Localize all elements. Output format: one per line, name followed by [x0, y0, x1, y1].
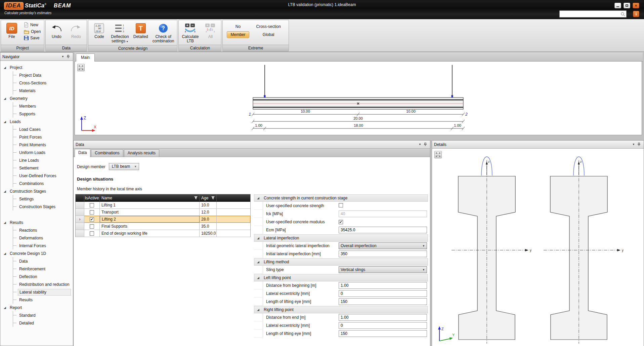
tab-data[interactable]: Data — [75, 149, 90, 157]
file-button[interactable]: ID File — [2, 21, 21, 40]
isactive-checkbox[interactable] — [90, 217, 94, 222]
tree-item-construction-stages[interactable]: Construction Stages — [13, 203, 71, 210]
tree-item-reinforcement[interactable]: Reinforcement — [13, 265, 71, 273]
pin-icon[interactable] — [636, 142, 642, 147]
column-header-name[interactable]: Name — [100, 194, 200, 201]
situation-age-cell[interactable]: 18250.0 — [200, 230, 217, 237]
tree-item-project-data[interactable]: Project Data — [13, 71, 71, 79]
extreme-global-button[interactable]: Global — [253, 31, 285, 38]
minimize-button[interactable] — [614, 3, 621, 8]
sling-type-select[interactable]: Vertical slings▼ — [339, 266, 427, 273]
tree-item-cross-sections[interactable]: Cross-Sections — [13, 79, 71, 87]
pin-icon[interactable] — [66, 54, 71, 60]
open-button[interactable]: Open — [23, 29, 42, 34]
check-of-combination-button[interactable]: ? Check ofcombination — [151, 21, 176, 45]
filter-icon[interactable] — [194, 196, 198, 200]
user-specified-modulus-checkbox[interactable] — [339, 220, 343, 224]
extreme-cross-section-button[interactable]: Cross-section — [253, 23, 285, 30]
situation-name-cell[interactable]: Final Supports — [100, 223, 200, 230]
tree-group-construction-stages[interactable]: ◢Construction Stages — [0, 187, 73, 195]
tree-item-lateral-stability[interactable]: Lateral stability — [13, 288, 71, 296]
table-row[interactable]: Transport 12.0 — [76, 209, 250, 216]
section-left-lifting-point[interactable]: ◢Left lifting point — [254, 274, 428, 281]
tree-item-materials[interactable]: Materials — [13, 87, 71, 94]
tree-item-standard[interactable]: Standard — [13, 311, 71, 319]
save-button[interactable]: Save — [23, 35, 42, 41]
column-header-isactive[interactable]: IsActive — [84, 194, 100, 201]
tree-item-members[interactable]: Members — [13, 102, 71, 110]
extreme-member-button[interactable]: Member — [227, 31, 249, 38]
design-member-select[interactable]: LTB beam ▼ — [109, 163, 139, 170]
tree-item-settings[interactable]: Settings — [13, 195, 71, 203]
situation-age-cell[interactable]: 35.0 — [200, 223, 217, 230]
filter-icon[interactable] — [211, 196, 215, 200]
calculate-all-button[interactable]: +− All — [201, 21, 220, 40]
situation-age-cell[interactable]: 12.0 — [200, 209, 217, 216]
pin-icon[interactable] — [423, 142, 428, 147]
tree-item-internal-forces[interactable]: Internal Forces — [13, 242, 71, 249]
left-lifting-eye-length-input[interactable] — [339, 298, 427, 305]
tree-item-point-forces[interactable]: Point Forces — [13, 133, 71, 141]
column-header-age[interactable]: Age — [200, 194, 217, 201]
table-row[interactable]: Lifting 1 10.0 — [76, 202, 250, 209]
tree-item-point-moments[interactable]: Point Moments — [13, 141, 71, 149]
tree-item-settlement[interactable]: Settlement — [13, 164, 71, 172]
search-box[interactable] — [559, 10, 627, 17]
tree-group-report[interactable]: ◢Report — [0, 304, 73, 311]
chevron-down-icon[interactable]: ▼ — [417, 142, 423, 147]
row-selector[interactable] — [76, 202, 84, 208]
isactive-checkbox[interactable] — [90, 203, 94, 207]
situation-age-cell[interactable]: 28.0 — [200, 216, 217, 223]
deflection-settings-button[interactable]: 123 Deflectionsettings▼ — [109, 21, 130, 45]
isactive-checkbox[interactable] — [90, 231, 94, 236]
maximize-button[interactable] — [624, 3, 630, 8]
tree-item-user-defined-forces[interactable]: User-Defined Forces — [13, 172, 71, 180]
chevron-down-icon[interactable]: ▼ — [631, 142, 636, 147]
chevron-down-icon[interactable]: ▼ — [60, 54, 66, 60]
table-row[interactable]: End of design working life 18250.0 — [76, 230, 250, 237]
user-specified-strength-checkbox[interactable] — [339, 203, 343, 207]
new-button[interactable]: New — [23, 22, 42, 28]
section-lateral-imperfection[interactable]: ◢Lateral imperfection — [254, 234, 428, 242]
tab-combinations[interactable]: Combinations — [91, 149, 123, 157]
tree-group-geometry[interactable]: ◢Geometry — [0, 94, 73, 102]
tree-group-concrete-design-1d[interactable]: ◢Concrete Design 1D — [0, 249, 73, 257]
distance-from-beginning-input[interactable] — [339, 282, 427, 289]
close-button[interactable]: ✕ — [633, 3, 639, 8]
section-right-lifting-point[interactable]: ◢Right lifting point — [254, 306, 428, 313]
tree-item-combinations[interactable]: Combinations — [13, 180, 71, 187]
tree-item-redistribution-and-reduction[interactable]: Redistribution and reduction — [13, 280, 71, 288]
right-lateral-eccentricity-input[interactable] — [339, 322, 427, 329]
extreme-no-button[interactable]: No — [227, 23, 249, 30]
calculate-ltb-button[interactable]: +− CalculateLTB — [180, 21, 200, 45]
tree-item-data[interactable]: Data — [13, 257, 71, 265]
main-canvas[interactable]: 10.00 10.00 1 2 20.00 1.00 18.00 1.00 Z … — [75, 62, 642, 135]
info-button[interactable]: i — [633, 11, 639, 17]
section-concrete-strength[interactable]: ◢Concrete strength in current constructi… — [254, 194, 428, 202]
situation-name-cell[interactable]: Lifting 2 — [100, 216, 200, 223]
fit-to-view-button[interactable] — [77, 64, 85, 71]
tree-group-results[interactable]: ◢Results — [0, 219, 73, 226]
details-canvas[interactable]: z y z y Z — [432, 149, 644, 346]
table-row[interactable]: Final Supports 35.0 — [76, 223, 250, 230]
tree-item-load-cases[interactable]: Load Cases — [13, 125, 71, 133]
tree-item-deformations[interactable]: Deformations — [13, 234, 71, 242]
table-row[interactable]: › Lifting 2 28.0 — [76, 216, 250, 223]
detailed-button[interactable]: T Detailed — [131, 21, 150, 40]
tree-item-detailed[interactable]: Detailed — [13, 319, 71, 327]
row-selector[interactable] — [76, 209, 84, 216]
right-lifting-eye-length-input[interactable] — [339, 330, 427, 337]
isactive-checkbox[interactable] — [90, 224, 94, 229]
situation-name-cell[interactable]: Lifting 1 — [100, 202, 200, 208]
distance-from-end-input[interactable] — [339, 314, 427, 321]
tab-main[interactable]: Main — [76, 53, 95, 62]
initial-lateral-imperfection-input[interactable] — [339, 251, 427, 257]
situation-name-cell[interactable]: End of design working life — [100, 230, 200, 237]
code-button[interactable]: 1,159025.8 Code — [90, 21, 109, 40]
row-selector[interactable] — [76, 223, 84, 230]
row-selector[interactable] — [76, 230, 84, 237]
initial-imperfection-select[interactable]: Overall imperfection▼ — [339, 242, 427, 249]
tab-analysis-results[interactable]: Analysis results — [124, 149, 159, 157]
tree-item-supports[interactable]: Supports — [13, 110, 71, 118]
section-lifting-method[interactable]: ◢Lifting method — [254, 258, 428, 266]
